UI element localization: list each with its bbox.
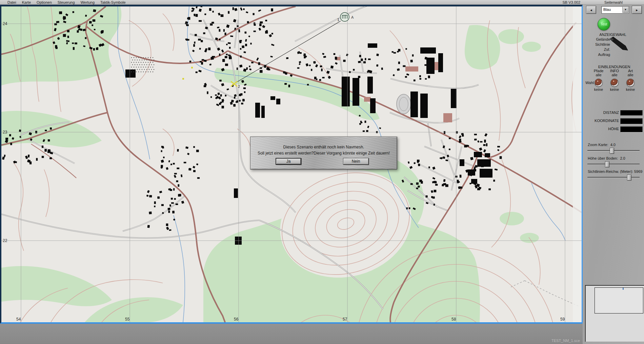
koordinate-value-field xyxy=(620,118,643,124)
side-next-button[interactable]: ► xyxy=(632,6,642,14)
anzeige-zsf[interactable]: Zsf. xyxy=(576,47,610,52)
minimap-viewport[interactable] xyxy=(595,287,643,313)
zoom-slider-label: Zoom Karte: 4.0 xyxy=(588,143,616,147)
version-label: SB V3.002 xyxy=(539,0,580,4)
side-select-value: Blau xyxy=(603,7,611,12)
left-arrow-icon: ◄ xyxy=(590,8,593,12)
no-button[interactable]: Nein xyxy=(343,158,369,165)
application-window: Datei Karte Optionen Steuerung Wertung T… xyxy=(0,0,644,344)
side-prev-button[interactable]: ◄ xyxy=(586,6,596,14)
grease-pencil-icon xyxy=(609,37,628,51)
grid-label-y-22: 22 xyxy=(3,238,7,243)
dialog-message: Dieses Szenario enthält noch kein Navmes… xyxy=(250,144,397,156)
chevron-down-icon: ▼ xyxy=(624,8,627,11)
minimap[interactable] xyxy=(585,285,644,342)
navmesh-dialog: Dieses Szenario enthält noch kein Navmes… xyxy=(250,137,397,169)
height-slider-thumb[interactable] xyxy=(605,161,609,167)
anzeige-auftrag[interactable]: Auftrag xyxy=(576,53,610,57)
route-type-label: A xyxy=(351,15,354,19)
los-slider-label: Sichtlinien-Reichw. (Meter): 5969 xyxy=(588,169,642,174)
distanz-label: DISTANZ xyxy=(582,110,619,115)
status-bar xyxy=(0,324,583,344)
side-select-dropdown[interactable]: Blau ▼ xyxy=(601,6,629,14)
waypoint-symbol-icon xyxy=(340,13,349,21)
zoom-value: 4.0 xyxy=(610,143,616,147)
menu-steuerung[interactable]: Steuerung xyxy=(58,0,75,5)
anzeigewahl-title: ANZEIGEWAHL xyxy=(589,33,637,37)
yes-button[interactable]: Ja xyxy=(276,158,301,165)
menu-datei[interactable]: Datei xyxy=(7,0,16,5)
col-art-top: alle xyxy=(620,73,641,77)
dialog-line2: Soll jetzt eines erstellt werden?Dieser … xyxy=(250,150,397,156)
stadium xyxy=(397,94,411,114)
anzeige-gelaende[interactable]: Gelände xyxy=(576,37,610,41)
dialog-line1: Dieses Szenario enthält noch kein Navmes… xyxy=(250,144,397,150)
zoom-slider-thumb[interactable] xyxy=(610,148,614,154)
anzeige-sichtlinie[interactable]: Sichtlinie xyxy=(576,42,610,46)
grid-label-y-23: 23 xyxy=(3,130,7,135)
map-mark-yellow-2 xyxy=(182,78,184,80)
einblendungen-title: EINBLENDUNGEN xyxy=(590,65,638,69)
distanz-value-field xyxy=(620,110,643,116)
los-slider-thumb[interactable] xyxy=(627,175,631,181)
minimap-marker xyxy=(623,288,624,290)
seitenwahl-label: Seitenwahl xyxy=(590,0,637,4)
scenario-filename: TEST_NM_1.sce xyxy=(551,339,580,343)
grid-label-x-56: 56 xyxy=(234,317,239,322)
waypoint-2-label: 2 xyxy=(238,84,240,88)
koordinate-label: KOORDINATE xyxy=(582,119,619,123)
col-art-label: Art xyxy=(620,69,641,73)
height-slider-label: Höhe über Boden: 2.0 xyxy=(588,156,625,160)
hoehe-label: HÖHE xyxy=(582,127,619,131)
test-button[interactable]: Test xyxy=(598,18,610,31)
right-arrow-icon: ► xyxy=(636,8,639,12)
grid-label-y-24: 24 xyxy=(3,21,7,26)
info-knob[interactable] xyxy=(610,79,619,87)
menu-wertung[interactable]: Wertung xyxy=(81,0,95,5)
height-value: 2.0 xyxy=(620,156,625,160)
grid-label-x-57: 57 xyxy=(343,317,347,322)
menu-optionen[interactable]: Optionen xyxy=(37,0,52,5)
menu-taktik-symbole[interactable]: Taktik-Symbole xyxy=(100,0,126,5)
grid-label-x-58: 58 xyxy=(451,317,456,322)
waypoint-1-label: 1 xyxy=(337,18,339,22)
col-art-bottom: keine xyxy=(620,87,641,92)
grid-label-x-54: 54 xyxy=(16,317,21,322)
grid-label-x-55: 55 xyxy=(125,317,130,322)
grid-label-x-59: 59 xyxy=(560,317,565,322)
map-mark-yellow-1 xyxy=(191,67,193,68)
art-knob[interactable] xyxy=(626,79,635,87)
los-slider[interactable] xyxy=(587,177,640,178)
dropdown-button[interactable]: ▼ xyxy=(622,7,628,13)
height-slider[interactable] xyxy=(587,164,640,164)
menu-karte[interactable]: Karte xyxy=(22,0,31,5)
wahl-label: Wahl xyxy=(582,81,594,85)
zoom-slider[interactable] xyxy=(587,150,640,151)
hoehe-value-field xyxy=(620,126,643,132)
los-value: 5969 xyxy=(634,169,642,174)
pfade-knob[interactable] xyxy=(595,79,603,87)
